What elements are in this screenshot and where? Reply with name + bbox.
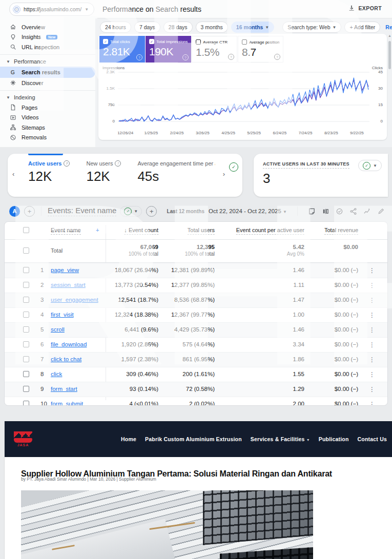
event-name-link[interactable]: click to chat	[51, 356, 81, 362]
col-header-event-name[interactable]: Event name	[51, 227, 81, 235]
ga-metric-active-users[interactable]: Active users?12K	[28, 160, 70, 184]
row-menu-icon[interactable]: ⋮	[369, 356, 375, 363]
columns-icon[interactable]	[322, 208, 329, 215]
checkbox[interactable]	[196, 39, 201, 45]
select-all-checkbox[interactable]	[23, 227, 29, 233]
row-checkbox[interactable]	[23, 386, 29, 392]
event-name-link[interactable]: user_engagement	[51, 297, 98, 303]
scrollbar[interactable]: ▲	[388, 34, 391, 147]
nav-item-home[interactable]: Home	[121, 436, 136, 442]
chevron-right-icon[interactable]: ›	[223, 170, 225, 178]
add-filter-chip[interactable]: + Add filter	[344, 22, 380, 33]
row-checkbox[interactable]	[23, 297, 29, 303]
nav-item-contact-us[interactable]: Contact Us	[358, 436, 387, 442]
sidebar-item-videos[interactable]: Videos	[0, 113, 95, 123]
event-name-link[interactable]: session_start	[51, 282, 86, 288]
row-checkbox[interactable]	[23, 341, 29, 347]
scroll-up-icon[interactable]: ▲	[388, 34, 391, 37]
event-name-link[interactable]: first_visit	[51, 312, 74, 318]
row-checkbox[interactable]	[23, 326, 29, 333]
row-menu-icon[interactable]: ⋮	[369, 312, 375, 319]
sidebar-item-sitemaps[interactable]: Sitemaps	[0, 122, 95, 133]
help-icon[interactable]: ?	[136, 54, 142, 60]
row-menu-icon[interactable]: ⋮	[369, 326, 375, 334]
nav-item-pabrik-custom-aluminium-extrusion[interactable]: Pabrik Custom Aluminium Extrusion	[145, 436, 242, 442]
nav-item-services-facilities[interactable]: Services & Facilities▼	[251, 436, 310, 442]
sidebar-section-performance[interactable]: ▼Performance	[0, 57, 95, 67]
help-icon[interactable]: ?	[274, 54, 280, 60]
event-name-link[interactable]: file_download	[51, 341, 87, 347]
export-button[interactable]: EXPORT	[345, 4, 385, 12]
row-checkbox[interactable]	[23, 401, 29, 406]
ga-metric-new-users[interactable]: New users?12K	[86, 160, 121, 184]
checkbox[interactable]	[242, 39, 247, 45]
site-logo[interactable]: JASA	[13, 431, 33, 447]
events-report-title[interactable]: Events: Event name	[48, 206, 116, 216]
sidebar-item-search-results[interactable]: GSearch results	[0, 67, 95, 78]
row-menu-icon[interactable]: ⋮	[369, 341, 375, 348]
total-row-checkbox[interactable]	[23, 247, 29, 254]
trend-icon[interactable]	[363, 208, 371, 215]
note-icon[interactable]	[308, 208, 316, 215]
date-range-chip[interactable]: 16 months▼	[231, 22, 274, 33]
date-range-chip[interactable]: 28 days	[163, 22, 193, 33]
chevron-left-icon[interactable]: ‹	[12, 170, 14, 178]
sidebar-item-pages[interactable]: Pages	[0, 102, 95, 113]
row-checkbox[interactable]	[23, 267, 29, 273]
col-header-total-users[interactable]: Total users	[188, 227, 215, 235]
date-range-chip[interactable]: 24 hours	[100, 22, 131, 33]
row-checkbox[interactable]	[23, 282, 29, 288]
row-checkbox[interactable]	[23, 312, 29, 318]
event-name-link[interactable]: form_start	[51, 386, 77, 392]
metric-tile-total-impressions[interactable]: ✓Total impressions190K?	[146, 36, 191, 63]
sidebar-item-url-inspection[interactable]: URL inspection	[0, 42, 95, 52]
checkbox[interactable]: ✓	[149, 39, 154, 44]
realtime-status-dropdown[interactable]: ✓ ▼	[358, 160, 382, 171]
sidebar-section-indexing[interactable]: ▼Indexing	[0, 93, 95, 103]
date-range-chip[interactable]: 3 months	[196, 22, 228, 33]
row-checkbox[interactable]	[23, 371, 29, 377]
date-range-chip[interactable]: 7 days	[134, 22, 160, 33]
col-header-event-count[interactable]: ↓ Event count	[124, 227, 158, 235]
pencil-icon[interactable]	[377, 208, 385, 215]
info-icon: ?	[64, 160, 70, 167]
metric-tile-average-position[interactable]: Average position8.7?	[238, 36, 283, 63]
search-type-chip[interactable]: Search type: Web▼	[282, 22, 341, 33]
check-circle-icon[interactable]: ✓	[229, 162, 238, 172]
event-name-link[interactable]: form_submit	[51, 401, 83, 406]
help-icon[interactable]: ?	[182, 54, 189, 60]
metric-tile-total-clicks[interactable]: ✓Total clicks2.81K?	[99, 36, 145, 63]
row-menu-icon[interactable]: ⋮	[369, 386, 375, 393]
checkbox[interactable]: ✓	[103, 39, 108, 44]
row-menu-icon[interactable]: ⋮	[369, 267, 375, 274]
avatar[interactable]: A	[9, 206, 20, 217]
ga-metric-average-engagement-time-per-ac[interactable]: Average engagement time per active us45s	[137, 160, 215, 184]
reset-filters-link[interactable]: Reset filters	[385, 24, 392, 30]
dimension-status-dropdown[interactable]: ✓ ▼	[120, 206, 142, 217]
add-dimension-button[interactable]: +	[146, 206, 157, 217]
add-column-icon[interactable]: +	[96, 227, 99, 233]
sidebar-item-discover[interactable]: Discover	[0, 78, 95, 88]
row-menu-icon[interactable]: ⋮	[369, 401, 375, 406]
metric-tile-average-ctr[interactable]: Average CTR1.5%?	[192, 36, 237, 63]
col-header-total-revenue[interactable]: Total revenue	[324, 227, 358, 235]
row-checkbox[interactable]	[23, 356, 29, 362]
event-name-link[interactable]: click	[51, 371, 62, 377]
row-menu-icon[interactable]: ⋮	[369, 371, 375, 378]
help-icon[interactable]: ?	[228, 54, 234, 60]
sidebar-item-overview[interactable]: Overview	[0, 22, 95, 32]
check-circle-icon[interactable]	[336, 208, 343, 215]
sidebar-item-insights[interactable]: InsightsNew	[0, 32, 95, 43]
add-segment-button[interactable]: +	[24, 206, 35, 217]
share-icon[interactable]	[349, 208, 357, 215]
sidebar-item-removals[interactable]: Removals	[0, 133, 95, 143]
row-menu-icon[interactable]: ⋮	[369, 282, 375, 289]
col-header-per-active-user[interactable]: Event count per active user	[236, 227, 304, 235]
date-range[interactable]: Oct 22, 2024 - Oct 22, 2025 ▼	[209, 208, 287, 214]
scrollbar-thumb[interactable]	[388, 41, 391, 69]
row-menu-icon[interactable]: ⋮	[369, 297, 375, 304]
event-name-link[interactable]: page_view	[51, 267, 79, 273]
nav-item-publication[interactable]: Publication	[319, 436, 349, 442]
event-name-link[interactable]: scroll	[51, 326, 65, 333]
property-selector[interactable]: https://jasalumindo.com/ ▼	[9, 3, 94, 16]
